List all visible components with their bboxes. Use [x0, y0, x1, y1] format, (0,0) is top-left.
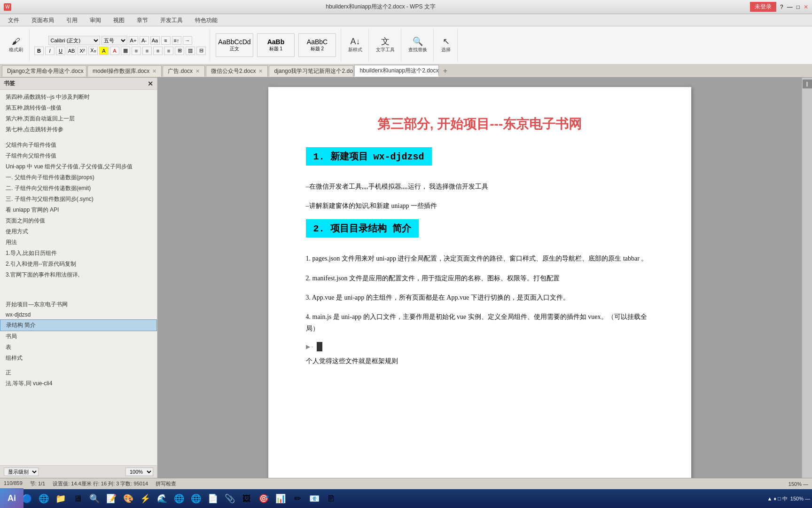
list-item[interactable]: 第七种,点击跳转并传参 [0, 124, 157, 135]
login-button[interactable]: 未登录 [750, 2, 776, 12]
taskbar-app7[interactable]: 🖼 [239, 491, 255, 507]
taskbar-app4[interactable]: 🌐 [188, 491, 204, 507]
maximize-button[interactable]: □ [796, 4, 800, 10]
ai-badge[interactable]: Ai [0, 488, 23, 508]
tab-page-layout[interactable]: 页面布局 [25, 15, 60, 26]
list-item[interactable]: 正 [0, 367, 157, 378]
list-item[interactable]: 开始项目---东京电子书网 [0, 299, 157, 310]
list-item[interactable]: 使用方式 [0, 226, 157, 237]
style-heading2[interactable]: AaBbC 标题 2 [298, 33, 336, 57]
close-tab-ad[interactable]: ✕ [195, 68, 200, 74]
taskbar-app1[interactable]: ⚡ [137, 491, 153, 507]
taskbar-search[interactable]: 🔍 [86, 491, 102, 507]
numbering-btn[interactable]: ≡↑ [172, 36, 181, 45]
style-normal[interactable]: AaBbCcDd 正文 [216, 33, 253, 57]
char-shading-btn[interactable]: ▦ [121, 47, 130, 55]
list-item[interactable]: 2.引入和使用--官原代码复制 [0, 259, 157, 270]
highlight-btn[interactable]: A [99, 47, 109, 55]
find-replace-btn[interactable]: 🔍 查找替换 [406, 36, 429, 55]
taskbar-app8[interactable]: 🎯 [256, 491, 272, 507]
taskbar-explorer[interactable]: 📁 [53, 491, 69, 507]
list-item[interactable]: 第四种,函数跳转--js 中涉及判断时 [0, 92, 157, 103]
tab-view[interactable]: 视图 [107, 15, 131, 26]
font-family-select[interactable]: Calibri (正文) [48, 36, 100, 45]
font-size-select[interactable]: 五号 [102, 36, 127, 45]
help-icon[interactable]: ? [780, 4, 783, 10]
taskbar-app3[interactable]: 🌐 [171, 491, 187, 507]
taskbar-app6[interactable]: 📎 [222, 491, 238, 507]
doc-tab-django2[interactable]: django我学习笔记新用这个2.docx ✕ [269, 65, 353, 77]
list-item[interactable]: 法,等等,同 vue-cli4 [0, 378, 157, 389]
close-tab-model[interactable]: ✕ [152, 68, 156, 74]
list-item-active[interactable]: 录结构 简介 [0, 319, 157, 331]
align-right-btn[interactable]: ≡ [153, 47, 163, 55]
tab-file[interactable]: 文件 [2, 15, 25, 26]
zoom-select[interactable]: 100% [125, 468, 153, 476]
list-item[interactable]: 页面之间的传值 [0, 215, 157, 226]
list-item[interactable]: Uni-app 中 vue 组件父子传值,子父传值,父子同步值 [0, 161, 157, 172]
list-item[interactable]: 书局 [0, 331, 157, 342]
close-button[interactable]: ✕ [804, 4, 808, 10]
strikethrough-btn[interactable]: AB [67, 47, 76, 55]
doc-tab-model[interactable]: model操作数据库.docx ✕ [87, 65, 162, 77]
taskbar-app5[interactable]: 📄 [205, 491, 221, 507]
list-item[interactable]: 第六种,页面自动返回上一层 [0, 113, 157, 124]
text-tools-btn[interactable]: 文 文字工具 [374, 36, 397, 55]
list-item[interactable]: 第五种,跳转传值--接值 [0, 103, 157, 113]
font-color-btn[interactable]: A [110, 47, 119, 55]
font-grow-btn[interactable]: A+ [129, 36, 138, 45]
taskbar-terminal[interactable]: 🖥 [70, 491, 86, 507]
minimize-button[interactable]: — [787, 4, 793, 10]
superscript-btn[interactable]: X² [78, 47, 87, 55]
taskbar-app11[interactable]: 📧 [306, 491, 322, 507]
indent-btn[interactable]: → [183, 36, 192, 45]
list-item[interactable]: 1.导入,比如日历组件 [0, 248, 157, 259]
tab-special[interactable]: 特色功能 [189, 15, 224, 26]
list-item[interactable]: 表 [0, 342, 157, 353]
shading-btn[interactable]: ▥ [186, 47, 195, 55]
doc-tab-ad[interactable]: 广告.docx ✕ [163, 65, 205, 77]
list-item[interactable]: 看 uniapp 官网的 API [0, 205, 157, 215]
justify-btn[interactable]: ≡ [164, 47, 173, 55]
list-item[interactable]: 用法 [0, 237, 157, 248]
bold-btn[interactable]: B [34, 47, 44, 55]
new-style-btn[interactable]: A↓ 新样式 [346, 36, 365, 55]
list-item[interactable]: 父组件向子组件传值 [0, 140, 157, 151]
style-heading1[interactable]: AaBb 标题 1 [257, 33, 295, 57]
document-area[interactable]: 第三部分, 开始项目---东京电子书网 1. 新建项目 wx-djdzsd –在… [157, 78, 802, 478]
tab-review[interactable]: 审阅 [84, 15, 107, 26]
tab-devtools[interactable]: 开发工具 [154, 15, 189, 26]
spell-check[interactable]: 拼写检查 [156, 480, 176, 487]
doc-tab-django[interactable]: Django之常用命令用这个.docx ✕ [2, 65, 86, 77]
format-painter-btn[interactable]: 🖌 格式刷 [7, 36, 25, 55]
list-item[interactable]: 三. 子组件与父组件数据同步(.sync) [0, 194, 157, 205]
col-btn[interactable]: ⊟ [196, 47, 206, 55]
outline-level-select[interactable]: 显示级别 [4, 468, 39, 476]
tab-section[interactable]: 章节 [131, 15, 154, 26]
doc-tab-wechat[interactable]: 微信公众号2.docx ✕ [206, 65, 268, 77]
close-tab-wechat[interactable]: ✕ [258, 68, 263, 74]
taskbar-edge[interactable]: 🌐 [36, 491, 52, 507]
doc-tab-hbuilder[interactable]: hbuilderx和uniapp用这个2.docx ✕ [354, 65, 439, 77]
taskbar-app10[interactable]: ✏ [289, 491, 305, 507]
italic-btn[interactable]: I [45, 47, 55, 55]
list-item[interactable]: 一. 父组件向子组件传递数据(props) [0, 172, 157, 183]
tab-reference[interactable]: 引用 [60, 15, 84, 26]
font-options-btn[interactable]: ≡ [161, 36, 171, 45]
list-item[interactable]: wx-djdzsd [0, 310, 157, 319]
border-btn[interactable]: ⊞ [175, 47, 184, 55]
font-shrink-btn[interactable]: A- [140, 36, 149, 45]
right-panel-toggle[interactable]: ‖ [803, 79, 812, 88]
underline-btn[interactable]: U [56, 47, 65, 55]
select-btn[interactable]: ↖ 选择 [438, 36, 453, 55]
list-item[interactable]: 3.官网下面的事件和用法很详, [0, 270, 157, 280]
list-item[interactable]: 二. 子组件向父组件传递数据(emit) [0, 183, 157, 194]
sidebar-close-btn[interactable]: ✕ [148, 80, 153, 87]
list-item[interactable]: 组样式 [0, 353, 157, 364]
add-tab-button[interactable]: + [440, 66, 450, 76]
taskbar-app9[interactable]: 📊 [273, 491, 289, 507]
clear-format-btn[interactable]: Aa [150, 36, 160, 45]
align-center-btn[interactable]: ≡ [142, 47, 152, 55]
align-left-btn[interactable]: ≡ [132, 47, 141, 55]
taskbar-paint[interactable]: 🎨 [120, 491, 136, 507]
